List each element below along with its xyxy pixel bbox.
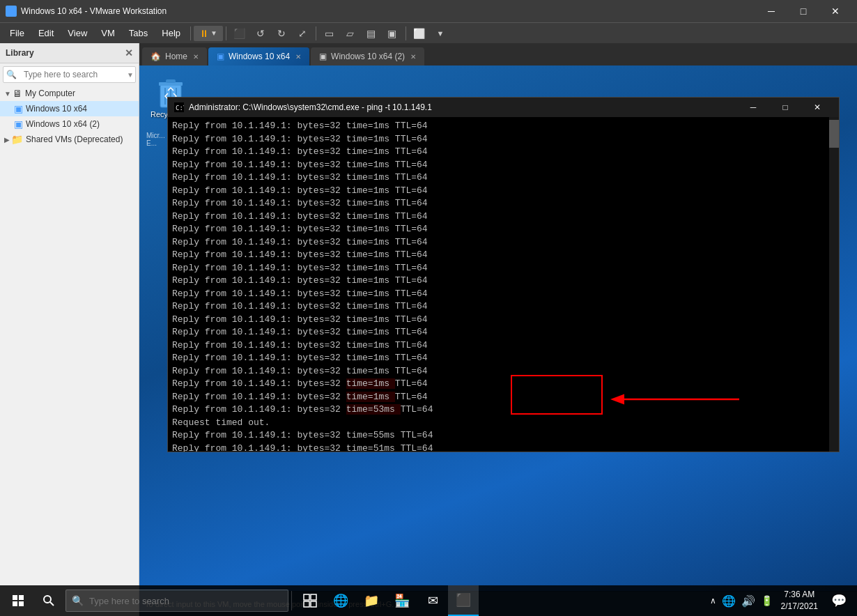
toolbar-btn-4[interactable]: ⤢ (293, 25, 312, 42)
tray-chevron[interactable]: ∧ (707, 596, 719, 606)
tab-win10-icon: ▣ (217, 52, 224, 61)
menu-bar: File Edit View VM Tabs Help ⏸ ▼ ⬛ ↺ ↻ ⤢ … (0, 22, 857, 43)
tab-home[interactable]: 🏠 Home ✕ (142, 47, 207, 66)
cmd-close-btn[interactable]: ✕ (801, 98, 833, 117)
cmd-line: Reply from 10.1.149.1: bytes=32 time=1ms… (172, 314, 825, 327)
tab-win10-2-close[interactable]: ✕ (410, 53, 416, 61)
tray-battery[interactable]: 🔋 (758, 595, 775, 606)
sidebar-search-input[interactable] (20, 67, 124, 82)
svg-rect-0 (7, 7, 10, 10)
notification-button[interactable]: 💬 (824, 585, 854, 616)
toolbar-btn-3[interactable]: ↻ (272, 25, 291, 42)
menu-edit[interactable]: Edit (31, 25, 61, 41)
taskbar-search-input[interactable] (139, 596, 270, 606)
menu-vm[interactable]: VM (94, 25, 122, 41)
sidebar-close-button[interactable]: ✕ (125, 47, 133, 59)
sidebar-search-bar[interactable]: 🔍 ▼ (3, 66, 136, 83)
tab-win10-label: Windows 10 x64 (229, 52, 290, 61)
taskbar-store-icon[interactable]: 🏪 (387, 585, 417, 616)
toolbar-btn-1[interactable]: ⬛ (230, 25, 249, 42)
sidebar-item-shared[interactable]: ▶ 📁 Shared VMs (Deprecated) (0, 132, 139, 147)
close-button[interactable]: ✕ (819, 0, 851, 22)
windows-taskbar: 🔍 🌐 📁 🏪 ✉ ⬛ ∧ (139, 585, 857, 616)
cmd-scrollbar[interactable] (829, 117, 839, 452)
menu-help[interactable]: Help (155, 25, 187, 41)
maximize-button[interactable]: □ (787, 0, 819, 22)
vm-desktop: Recycle Bin Micr...E... C:\ (139, 66, 857, 591)
toolbar-btn-2[interactable]: ↺ (251, 25, 270, 42)
menu-file[interactable]: File (3, 25, 31, 41)
tray-network[interactable]: 🌐 (719, 594, 739, 608)
tabs-bar: 🏠 Home ✕ ▣ Windows 10 x64 ✕ ▣ Windows 10… (139, 43, 857, 66)
taskbar-edge-icon[interactable]: 🌐 (325, 585, 356, 616)
window-controls: ─ □ ✕ (755, 0, 851, 22)
toolbar-btn-6[interactable]: ▱ (341, 25, 360, 42)
cmd-window-title: Administrator: C:\Windows\system32\cmd.e… (189, 102, 737, 112)
cmd-line: Reply from 10.1.149.1: bytes=32 time=1ms… (172, 275, 825, 288)
cmd-line: Reply from 10.1.149.1: bytes=32 time=1ms… (172, 365, 825, 378)
toolbar-btn-5[interactable]: ▭ (320, 25, 339, 42)
cmd-line: Reply from 10.1.149.1: bytes=32 time=1ms… (172, 236, 825, 249)
sidebar-item-my-computer[interactable]: ▼ 🖥 My Computer (0, 86, 139, 101)
sidebar-item-win10-2[interactable]: ▣ Windows 10 x64 (2) (0, 116, 139, 132)
taskbar-separator (291, 591, 292, 610)
tab-win10[interactable]: ▣ Windows 10 x64 ✕ (208, 47, 309, 66)
taskbar-explorer-icon[interactable]: 📁 (356, 585, 387, 616)
cmd-line: Reply from 10.1.149.1: bytes=32 time=1ms… (172, 352, 825, 365)
tab-win10-2-label: Windows 10 x64 (2) (331, 52, 405, 61)
cmd-window[interactable]: C:\ Administrator: C:\Windows\system32\c… (167, 97, 840, 452)
menu-tabs[interactable]: Tabs (122, 25, 155, 41)
app-container: Windows 10 x64 - VMware Workstation ─ □ … (0, 0, 857, 616)
tab-home-close[interactable]: ✕ (193, 53, 199, 61)
tab-win10-2[interactable]: ▣ Windows 10 x64 (2) ✕ (311, 47, 424, 66)
toolbar-btn-7[interactable]: ▤ (362, 25, 381, 42)
cmd-window-controls: ─ □ ✕ (737, 98, 833, 117)
svg-rect-19 (304, 594, 309, 600)
cmd-line: Reply from 10.1.149.1: bytes=32 time=1ms… (172, 210, 825, 224)
cmd-line: Reply from 10.1.149.1: bytes=32 time=1ms… (172, 326, 825, 339)
expand-icon-4: ▶ (4, 136, 10, 144)
tab-win10-close[interactable]: ✕ (295, 53, 301, 61)
toolbar-btn-9[interactable]: ⬜ (410, 25, 429, 42)
cmd-line: Request timed out. (172, 417, 825, 430)
toolbar-separator-4 (406, 26, 406, 40)
app-icon (6, 6, 17, 17)
svg-text:C:\: C:\ (176, 105, 184, 111)
cmd-line: Reply from 10.1.149.1: bytes=32 time=1ms… (172, 339, 825, 353)
svg-rect-21 (304, 601, 309, 607)
shared-icon: 📁 (11, 134, 23, 145)
taskbar-mail-icon[interactable]: ✉ (417, 585, 448, 616)
title-bar: Windows 10 x64 - VMware Workstation ─ □ … (0, 0, 857, 22)
task-view-button[interactable] (295, 585, 325, 616)
cmd-maximize-btn[interactable]: □ (769, 98, 801, 117)
cmd-line: Reply from 10.1.149.1: bytes=32 time=1ms… (172, 391, 825, 404)
svg-rect-22 (311, 601, 316, 607)
vm-label-overlay: Micr...E... (146, 132, 165, 147)
vm-icon-2: ▣ (14, 118, 23, 130)
cmd-line: Reply from 10.1.149.1: bytes=32 time=1ms… (172, 171, 825, 185)
cmd-line: Reply from 10.1.149.1: bytes=32 time=1ms… (172, 133, 825, 146)
scroll-thumb[interactable] (829, 120, 839, 148)
pause-button[interactable]: ⏸ ▼ (194, 26, 223, 41)
tray-volume[interactable]: 🔊 (739, 594, 758, 608)
cmd-minimize-btn[interactable]: ─ (737, 98, 769, 117)
cmd-line: Reply from 10.1.149.1: bytes=32 time=1ms… (172, 146, 825, 159)
system-clock[interactable]: 7:36 AM 2/17/2021 (775, 589, 824, 613)
sidebar-item-win10-label: Windows 10 x64 (26, 104, 87, 114)
vm-icon-1: ▣ (14, 103, 23, 114)
sidebar-item-win10[interactable]: ▣ Windows 10 x64 (0, 101, 139, 116)
toolbar-separator-3 (316, 26, 316, 40)
cmd-line: Reply from 10.1.149.1: bytes=32 time=1ms… (172, 262, 825, 275)
taskbar-search-bar[interactable]: 🔍 (139, 590, 288, 612)
cmd-icon: C:\ (173, 102, 185, 113)
toolbar-btn-10[interactable]: ▼ (431, 25, 450, 42)
toolbar-separator-2 (226, 26, 226, 40)
pause-dropdown-icon[interactable]: ▼ (210, 29, 217, 37)
minimize-button[interactable]: ─ (755, 0, 787, 22)
menu-view[interactable]: View (61, 25, 94, 41)
cmd-line: Reply from 10.1.149.1: bytes=32 time=1ms… (172, 300, 825, 314)
svg-rect-6 (166, 79, 176, 83)
taskbar-terminal-icon[interactable]: ⬛ (448, 585, 479, 616)
toolbar-btn-8[interactable]: ▣ (383, 25, 402, 42)
search-dropdown-icon[interactable]: ▼ (124, 71, 137, 79)
